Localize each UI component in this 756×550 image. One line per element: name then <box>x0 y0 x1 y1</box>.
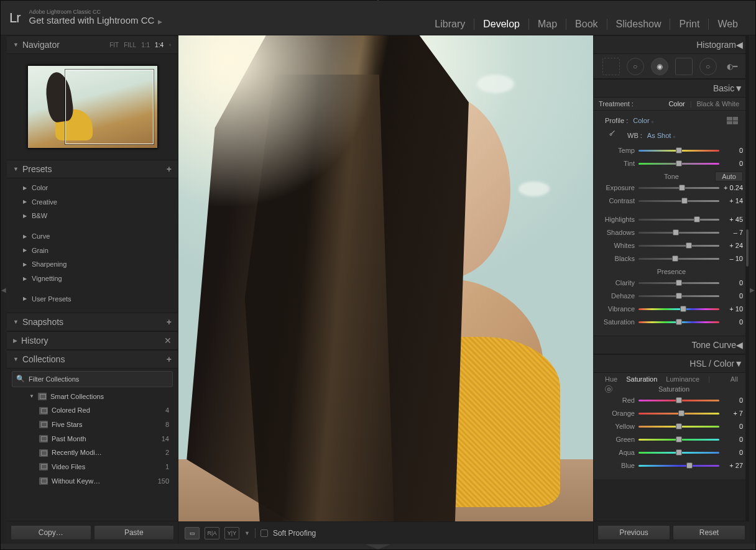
history-header[interactable]: ▶History✕ <box>7 331 178 350</box>
identity-plate[interactable]: Adobe Lightroom Classic CC Get started w… <box>29 9 163 25</box>
treatment-color[interactable]: Color <box>663 100 689 108</box>
smart-collection-icon <box>39 449 48 457</box>
preset-group[interactable]: ▶Color <box>7 181 178 195</box>
treatment-bw[interactable]: Black & White <box>692 100 744 108</box>
loupe-view-button[interactable]: ▭ <box>185 527 200 539</box>
navigator-crop-frame[interactable] <box>65 70 154 144</box>
slider-label-blacks: Blacks <box>600 255 635 262</box>
preset-group[interactable]: ▶Vignetting <box>7 272 178 286</box>
brush-tool[interactable]: ◐━ <box>724 58 741 75</box>
collections-header[interactable]: ▼Collections+ <box>7 350 178 369</box>
slider-blacks[interactable] <box>638 255 719 262</box>
collapse-bottom-handle[interactable] <box>366 544 390 549</box>
slider-blue[interactable] <box>638 462 719 469</box>
before-after-ra-button[interactable]: R|A <box>205 527 219 539</box>
spot-tool[interactable]: ○ <box>627 58 644 75</box>
slider-exposure[interactable] <box>638 184 719 191</box>
slider-label-red: Red <box>600 396 635 404</box>
navigator-zoom-options[interactable]: FITFILL1:11:4⬦ <box>109 42 172 48</box>
collapse-left-handle[interactable]: ◀ <box>1 35 7 544</box>
module-web[interactable]: Web <box>708 19 747 30</box>
hsl-tab-hue[interactable]: Hue <box>605 375 617 383</box>
hsl-tab-lum[interactable]: Luminance <box>666 375 699 383</box>
slider-dehaze[interactable] <box>638 292 719 300</box>
profile-dropdown[interactable]: Color <box>633 117 654 124</box>
copy-button[interactable]: Copy… <box>11 525 91 540</box>
basic-header[interactable]: Basic▼ <box>594 79 749 98</box>
navigator-header[interactable]: ▼ Navigator FITFILL1:11:4⬦ <box>7 35 178 54</box>
collapse-right-handle[interactable]: ▶ <box>749 35 755 544</box>
navigator-thumbnail[interactable] <box>27 65 158 149</box>
slider-highlights[interactable] <box>638 216 719 223</box>
clear-history-button[interactable]: ✕ <box>164 336 172 346</box>
slider-temp[interactable] <box>638 147 719 154</box>
slider-tint[interactable] <box>638 160 719 167</box>
wb-eyedropper[interactable]: ⊸ <box>602 127 620 144</box>
slider-red[interactable] <box>638 396 719 404</box>
slider-shadows[interactable] <box>638 229 719 236</box>
profile-browser-button[interactable] <box>727 117 738 124</box>
preset-group[interactable]: ▶Curve <box>7 229 178 244</box>
collection-item[interactable]: Without Keyw…150 <box>7 474 178 488</box>
slider-label-saturation: Saturation <box>600 318 635 326</box>
collection-item[interactable]: Colored Red4 <box>7 403 178 418</box>
hsl-tab-all[interactable]: All <box>731 375 738 383</box>
preset-group[interactable]: ▶B&W <box>7 209 178 223</box>
tone-label: Tone <box>664 173 679 180</box>
slider-aqua[interactable] <box>638 449 719 456</box>
module-print[interactable]: Print <box>670 19 708 30</box>
auto-tone-button[interactable]: Auto <box>715 172 743 181</box>
crop-tool[interactable] <box>602 58 620 75</box>
slider-clarity[interactable] <box>638 279 719 286</box>
slider-value-yellow: 0 <box>723 423 743 430</box>
preset-group[interactable]: ▶Sharpening <box>7 257 178 272</box>
image-view[interactable] <box>178 35 594 521</box>
presets-header[interactable]: ▼Presets+ <box>7 160 178 178</box>
reset-button[interactable]: Reset <box>673 525 745 540</box>
before-after-yy-button[interactable]: Y|Y <box>224 527 239 539</box>
previous-button[interactable]: Previous <box>597 525 670 540</box>
slider-contrast[interactable] <box>638 197 719 204</box>
slider-label-highlights: Highlights <box>600 216 635 223</box>
collection-item[interactable]: Video Files1 <box>7 460 178 474</box>
radial-filter-tool[interactable]: ○ <box>699 58 717 75</box>
tone-curve-header[interactable]: Tone Curve◀ <box>594 336 749 354</box>
target-adjust-button[interactable]: ⊙ <box>605 385 612 393</box>
collection-item[interactable]: Recently Modi…2 <box>7 446 178 460</box>
slider-yellow[interactable] <box>638 423 719 430</box>
preset-group[interactable]: ▶Creative <box>7 195 178 209</box>
module-library[interactable]: Library <box>426 19 474 30</box>
chevron-down-icon[interactable]: ▼ <box>244 530 250 536</box>
picker-arrow-icon: ▶ <box>158 19 162 25</box>
soft-proof-checkbox[interactable] <box>260 529 268 537</box>
hsl-header[interactable]: HSL / Color▼ <box>594 354 749 373</box>
redeye-tool[interactable]: ◉ <box>651 58 668 75</box>
slider-orange[interactable] <box>638 410 719 417</box>
preset-group[interactable]: ▶Grain <box>7 244 178 258</box>
snapshots-header[interactable]: ▼Snapshots+ <box>7 313 178 331</box>
slider-vibrance[interactable] <box>638 305 719 313</box>
slider-saturation[interactable] <box>638 318 719 326</box>
module-slideshow[interactable]: Slideshow <box>607 19 670 30</box>
collection-item[interactable]: Five Stars8 <box>7 418 178 432</box>
slider-value-temp: 0 <box>723 147 743 154</box>
collection-item[interactable]: Past Month14 <box>7 432 178 446</box>
slider-value-blacks: – 10 <box>723 255 743 262</box>
hsl-tab-sat[interactable]: Saturation <box>626 375 657 383</box>
grad-filter-tool[interactable] <box>675 58 693 75</box>
slider-whites[interactable] <box>638 242 719 249</box>
smart-collections-group[interactable]: ▼Smart Collections <box>7 390 178 404</box>
wb-dropdown[interactable]: As Shot <box>647 132 676 139</box>
module-map[interactable]: Map <box>528 19 566 30</box>
histogram-header[interactable]: Histogram◀ <box>594 35 749 54</box>
preset-group[interactable]: ▶User Presets <box>7 292 178 306</box>
module-book[interactable]: Book <box>566 19 606 30</box>
collections-filter-input[interactable]: 🔍 Filter Collections <box>12 371 173 387</box>
right-scrollbar-thumb[interactable] <box>746 229 749 267</box>
add-preset-button[interactable]: + <box>167 164 172 174</box>
module-develop[interactable]: Develop <box>474 19 528 30</box>
paste-button[interactable]: Paste <box>94 525 175 540</box>
slider-green[interactable] <box>638 436 719 443</box>
add-collection-button[interactable]: + <box>167 354 172 364</box>
add-snapshot-button[interactable]: + <box>167 317 172 327</box>
